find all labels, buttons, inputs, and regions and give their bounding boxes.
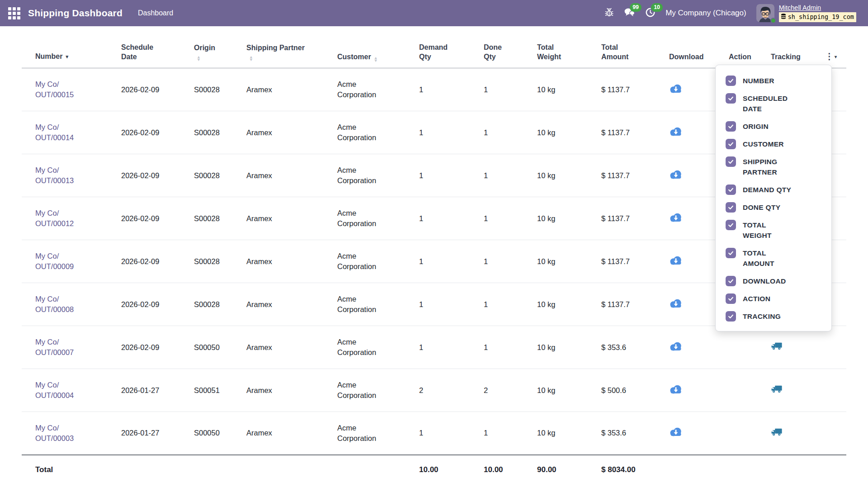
- download-button[interactable]: [669, 83, 683, 96]
- header-shipping-partner[interactable]: Shipping Partner ▴▾: [233, 26, 324, 68]
- shipment-number-link[interactable]: My Co/ OUT/00003: [35, 424, 74, 442]
- done-qty-cell: 2: [470, 369, 524, 412]
- column-toggle-item[interactable]: DOWNLOAD: [716, 272, 831, 290]
- apps-grid-icon: [8, 7, 20, 19]
- customer-cell: Acme Corporation: [324, 412, 406, 455]
- company-switcher[interactable]: My Company (Chicago): [665, 9, 746, 18]
- column-toggle-label: DOWNLOAD: [743, 276, 786, 286]
- table-header-row: Number▾ Schedule Date Origin ▴▾ Shipping…: [22, 26, 846, 68]
- done-qty-cell: 1: [470, 154, 524, 197]
- demand-qty-cell: 1: [406, 283, 470, 326]
- column-toggle-label: SCHEDULED DATE: [743, 93, 788, 114]
- total-amount-cell: $ 1137.7: [588, 154, 656, 197]
- origin-cell: S00028: [180, 111, 233, 154]
- shipment-number-link[interactable]: My Co/ OUT/00009: [35, 252, 74, 270]
- total-amount-cell: $ 1137.7: [588, 111, 656, 154]
- checkbox-checked-icon[interactable]: [726, 184, 736, 195]
- download-button[interactable]: [669, 426, 683, 440]
- column-toggle-item[interactable]: TRACKING: [716, 308, 831, 325]
- total-label: Total: [22, 455, 406, 485]
- checkbox-checked-icon[interactable]: [726, 276, 736, 286]
- download-button[interactable]: [669, 341, 683, 354]
- menu-dashboard[interactable]: Dashboard: [136, 6, 175, 20]
- shipment-number-link[interactable]: My Co/ OUT/00015: [35, 80, 74, 99]
- download-button[interactable]: [669, 384, 683, 397]
- table-total-row: Total 10.00 10.00 90.00 $ 8034.00: [22, 455, 846, 485]
- truck-icon[interactable]: [771, 384, 783, 396]
- header-origin[interactable]: Origin ▴▾: [180, 26, 233, 68]
- download-button[interactable]: [669, 169, 683, 182]
- total-weight-cell: 10 kg: [524, 68, 588, 111]
- total-amount-cell: $ 1137.7: [588, 197, 656, 240]
- checkbox-checked-icon[interactable]: [726, 311, 736, 322]
- column-toggle-item[interactable]: ACTION: [716, 290, 831, 308]
- column-options-toggle[interactable]: ⋮▾: [825, 53, 837, 60]
- column-toggle-item[interactable]: TOTAL WEIGHT: [716, 216, 831, 244]
- action-cell: [715, 369, 757, 412]
- schedule-date-cell: 2026-02-09: [108, 326, 180, 369]
- header-options: ⋮▾: [811, 26, 846, 68]
- shipping-partner-cell: Aramex: [233, 197, 324, 240]
- download-button[interactable]: [669, 298, 683, 311]
- schedule-date-cell: 2026-02-09: [108, 154, 180, 197]
- origin-cell: S00028: [180, 240, 233, 283]
- user-name[interactable]: Mitchell Admin: [779, 5, 821, 11]
- checkbox-checked-icon[interactable]: [726, 93, 736, 104]
- done-qty-cell: 1: [470, 111, 524, 154]
- shipping-partner-cell: Aramex: [233, 68, 324, 111]
- customer-cell: Acme Corporation: [324, 154, 406, 197]
- shipment-number-link[interactable]: My Co/ OUT/00014: [35, 123, 74, 142]
- truck-icon[interactable]: [771, 341, 783, 353]
- column-toggle-item[interactable]: ORIGIN: [716, 118, 831, 135]
- total-weight-cell: 10 kg: [524, 154, 588, 197]
- origin-cell: S00028: [180, 283, 233, 326]
- checkbox-checked-icon[interactable]: [726, 156, 736, 167]
- demand-qty-cell: 1: [406, 197, 470, 240]
- header-number[interactable]: Number▾: [22, 26, 108, 68]
- demand-qty-cell: 1: [406, 412, 470, 455]
- checkbox-checked-icon[interactable]: [726, 220, 736, 230]
- shipping-partner-cell: Aramex: [233, 240, 324, 283]
- debug-button[interactable]: [604, 8, 614, 19]
- column-toggle-label: TRACKING: [743, 311, 781, 322]
- table-row: My Co/ OUT/00003 2026-01-27 S00050 Arame…: [22, 412, 846, 455]
- column-toggle-item[interactable]: CUSTOMER: [716, 135, 831, 153]
- shipping-partner-cell: Aramex: [233, 369, 324, 412]
- shipping-partner-cell: Aramex: [233, 111, 324, 154]
- column-toggle-item[interactable]: SCHEDULED DATE: [716, 90, 831, 118]
- checkbox-checked-icon[interactable]: [726, 202, 736, 213]
- total-weight-cell: 10 kg: [524, 412, 588, 455]
- shipment-number-link[interactable]: My Co/ OUT/00007: [35, 338, 74, 356]
- demand-qty-cell: 1: [406, 111, 470, 154]
- checkbox-checked-icon[interactable]: [726, 121, 736, 132]
- origin-cell: S00051: [180, 369, 233, 412]
- checkbox-checked-icon[interactable]: [726, 139, 736, 149]
- header-customer[interactable]: Customer▴▾: [324, 26, 406, 68]
- checkbox-checked-icon[interactable]: [726, 76, 736, 86]
- column-toggle-item[interactable]: DONE QTY: [716, 199, 831, 216]
- column-toggle-item[interactable]: SHIPPING PARTNER: [716, 153, 831, 181]
- column-toggle-item[interactable]: TOTAL AMOUNT: [716, 244, 831, 272]
- download-button[interactable]: [669, 255, 683, 268]
- shipment-number-link[interactable]: My Co/ OUT/00012: [35, 209, 74, 227]
- shipment-number-link[interactable]: My Co/ OUT/00013: [35, 166, 74, 184]
- column-toggle-item[interactable]: DEMAND QTY: [716, 181, 831, 199]
- header-demand-qty: Demand Qty: [406, 26, 470, 68]
- sort-desc-icon: ▾: [66, 54, 68, 59]
- activities-button[interactable]: 10: [645, 7, 656, 19]
- messages-button[interactable]: 99: [624, 7, 635, 19]
- checkbox-checked-icon[interactable]: [726, 248, 736, 258]
- activities-badge: 10: [651, 3, 663, 12]
- column-toggle-label: TOTAL AMOUNT: [743, 248, 774, 269]
- shipment-number-link[interactable]: My Co/ OUT/00008: [35, 295, 74, 313]
- column-toggle-item[interactable]: NUMBER: [716, 72, 831, 90]
- origin-cell: S00028: [180, 197, 233, 240]
- user-menu[interactable]: Mitchell Admin sh_shipping_19_com: [756, 4, 856, 22]
- download-button[interactable]: [669, 212, 683, 225]
- checkbox-checked-icon[interactable]: [726, 293, 736, 304]
- truck-icon[interactable]: [771, 427, 783, 439]
- shipping-partner-cell: Aramex: [233, 412, 324, 455]
- apps-menu-button[interactable]: [0, 0, 28, 26]
- download-button[interactable]: [669, 126, 683, 139]
- shipment-number-link[interactable]: My Co/ OUT/00004: [35, 381, 74, 399]
